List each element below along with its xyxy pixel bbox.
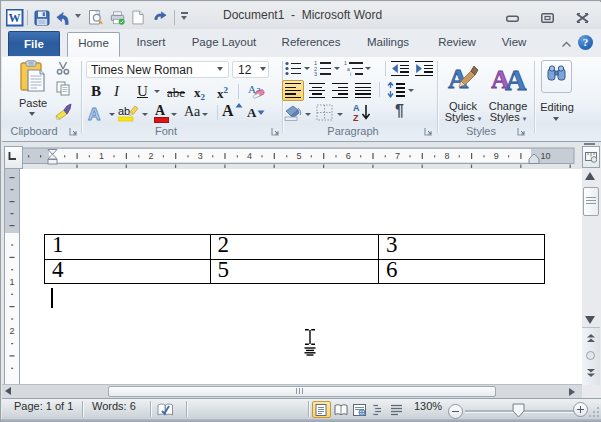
svg-text:10: 10 bbox=[540, 151, 550, 161]
svg-text:3: 3 bbox=[198, 151, 203, 161]
svg-text:6: 6 bbox=[346, 151, 351, 161]
svg-text:3: 3 bbox=[314, 71, 317, 76]
svg-text:8: 8 bbox=[444, 151, 449, 161]
svg-text:9: 9 bbox=[494, 151, 499, 161]
svg-text:W: W bbox=[9, 11, 21, 25]
svg-text:2: 2 bbox=[148, 151, 153, 161]
svg-text:A: A bbox=[88, 105, 100, 122]
svg-text:A: A bbox=[505, 63, 527, 94]
svg-text:Z: Z bbox=[353, 113, 359, 122]
svg-text:1: 1 bbox=[99, 151, 104, 161]
svg-text:4: 4 bbox=[247, 151, 252, 161]
svg-text:5: 5 bbox=[296, 151, 301, 161]
svg-text:7: 7 bbox=[395, 151, 400, 161]
svg-text:ab: ab bbox=[118, 105, 130, 117]
svg-text:2: 2 bbox=[9, 326, 14, 336]
svg-text:A: A bbox=[353, 103, 360, 113]
svg-text:i: i bbox=[350, 71, 351, 76]
svg-text:1: 1 bbox=[9, 277, 14, 287]
